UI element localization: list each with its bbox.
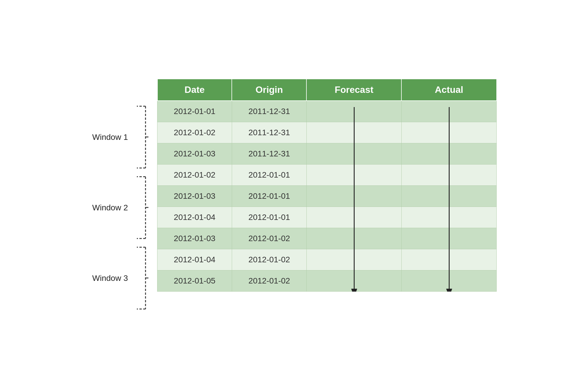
window-3-bracket <box>128 243 148 313</box>
window-1-group: Window 1 <box>90 102 154 172</box>
cell-date: 2012-01-01 <box>157 101 232 122</box>
cell-origin: 2012-01-01 <box>232 186 306 207</box>
cell-origin: 2012-01-02 <box>232 270 306 292</box>
cell-forecast <box>306 270 401 292</box>
cell-origin: 2012-01-02 <box>232 228 306 249</box>
table-row: 2012-01-042012-01-02 <box>157 249 497 270</box>
header-row: Date Origin Forecast Actual <box>157 79 497 101</box>
cell-date: 2012-01-02 <box>157 165 232 186</box>
cell-actual <box>401 101 496 122</box>
page-container: Window 1 Window 2 Window 3 <box>90 79 497 313</box>
cell-origin: 2011-12-31 <box>232 122 306 143</box>
header-forecast: Forecast <box>306 79 401 101</box>
cell-forecast <box>306 101 401 122</box>
cell-actual <box>401 228 496 249</box>
cell-forecast <box>306 228 401 249</box>
cell-actual <box>401 122 496 143</box>
cell-forecast <box>306 165 401 186</box>
cell-date: 2012-01-03 <box>157 186 232 207</box>
cell-date: 2012-01-04 <box>157 207 232 228</box>
header-date: Date <box>157 79 232 101</box>
window-1-bracket <box>128 102 148 172</box>
cell-date: 2012-01-04 <box>157 249 232 270</box>
cell-date: 2012-01-02 <box>157 122 232 143</box>
cell-actual <box>401 165 496 186</box>
window-3-group: Window 3 <box>90 243 154 313</box>
window-1-label: Window 1 <box>90 133 128 142</box>
cell-actual <box>401 207 496 228</box>
cell-forecast <box>306 249 401 270</box>
header-actual: Actual <box>401 79 496 101</box>
window-3-label: Window 3 <box>90 274 128 283</box>
main-table: Date Origin Forecast Actual 2012-01-0120… <box>157 79 497 292</box>
cell-date: 2012-01-03 <box>157 143 232 165</box>
header-origin: Origin <box>232 79 306 101</box>
window-2-label: Window 2 <box>90 203 128 212</box>
cell-origin: 2012-01-02 <box>232 249 306 270</box>
cell-date: 2012-01-05 <box>157 270 232 292</box>
cell-actual <box>401 143 496 165</box>
cell-actual <box>401 186 496 207</box>
table-row: 2012-01-032012-01-02 <box>157 228 497 249</box>
table-row: 2012-01-022012-01-01 <box>157 165 497 186</box>
table-row: 2012-01-042012-01-01 <box>157 207 497 228</box>
window-2-group: Window 2 <box>90 172 154 243</box>
table-wrapper: Date Origin Forecast Actual 2012-01-0120… <box>157 79 497 292</box>
left-panel: Window 1 Window 2 Window 3 <box>90 79 154 313</box>
table-row: 2012-01-012011-12-31 <box>157 101 497 122</box>
window-2-bracket <box>128 172 148 243</box>
cell-origin: 2012-01-01 <box>232 165 306 186</box>
table-row: 2012-01-022011-12-31 <box>157 122 497 143</box>
cell-origin: 2011-12-31 <box>232 101 306 122</box>
cell-actual <box>401 249 496 270</box>
cell-forecast <box>306 143 401 165</box>
cell-forecast <box>306 207 401 228</box>
cell-origin: 2012-01-01 <box>232 207 306 228</box>
cell-forecast <box>306 122 401 143</box>
table-row: 2012-01-052012-01-02 <box>157 270 497 292</box>
table-row: 2012-01-032011-12-31 <box>157 143 497 165</box>
cell-forecast <box>306 186 401 207</box>
cell-actual <box>401 270 496 292</box>
cell-date: 2012-01-03 <box>157 228 232 249</box>
cell-origin: 2011-12-31 <box>232 143 306 165</box>
table-row: 2012-01-032012-01-01 <box>157 186 497 207</box>
